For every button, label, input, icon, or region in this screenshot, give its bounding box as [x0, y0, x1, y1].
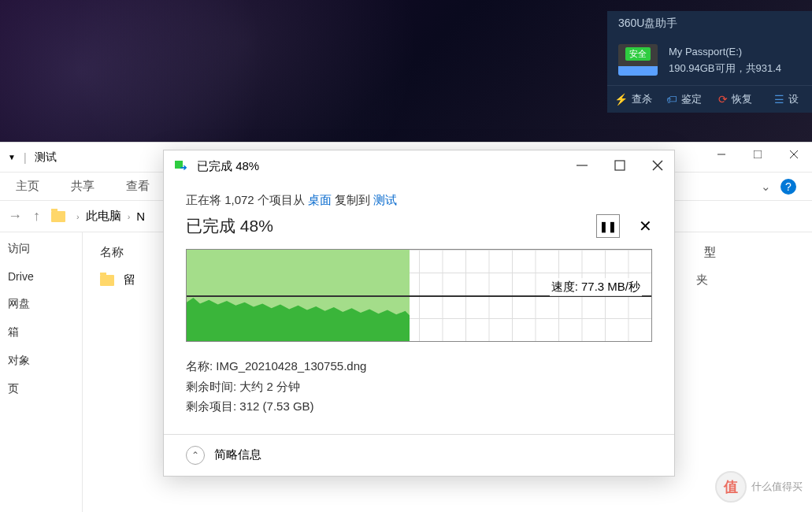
usb-drive-icon: 安全 — [618, 44, 658, 76]
usb-restore-button[interactable]: ⟳恢复 — [710, 86, 761, 113]
dialog-titlebar[interactable]: ➔ 已完成 48% — [164, 150, 674, 182]
dialog-minimize-button[interactable] — [577, 160, 588, 173]
dialog-close-button[interactable] — [652, 160, 663, 173]
list-icon: ☰ — [774, 93, 784, 106]
column-type[interactable]: 型 — [704, 245, 795, 260]
tab-home[interactable]: 主页 — [16, 179, 39, 194]
copy-operation-icon: ➔ — [175, 161, 187, 172]
watermark: 值 什么值得买 — [715, 471, 803, 503]
collapse-details-button[interactable]: ⌃ — [186, 446, 205, 465]
tab-view[interactable]: 查看 — [126, 179, 150, 194]
progress-text: 已完成 48% — [186, 215, 273, 237]
chevron-down-icon[interactable]: ⌄ — [761, 180, 771, 194]
column-name[interactable]: 名称 — [100, 245, 124, 260]
folder-icon — [100, 275, 114, 286]
usb-popup-title: 360U盘助手 — [607, 11, 812, 36]
sidebar-item-netdisk[interactable]: 网盘 — [8, 297, 74, 311]
svg-rect-5 — [615, 161, 625, 170]
help-icon[interactable]: ? — [780, 179, 796, 195]
tab-share[interactable]: 共享 — [71, 179, 95, 194]
close-button[interactable] — [776, 143, 812, 166]
sidebar-item-bin[interactable]: 箱 — [8, 325, 74, 339]
dialog-maximize-button[interactable] — [614, 160, 625, 173]
dropdown-icon[interactable]: ▼ — [8, 153, 16, 161]
usb-scan-button[interactable]: ⚡查杀 — [607, 86, 658, 113]
usb-settings-button[interactable]: ☰设 — [761, 86, 812, 113]
svg-rect-1 — [754, 150, 762, 158]
breadcrumb[interactable]: › 此电脑 › N — [76, 209, 145, 224]
medal-icon: 🏷 — [666, 93, 677, 106]
lightning-icon: ⚡ — [614, 93, 628, 106]
usb-storage-info: 190.94GB可用，共931.4 — [669, 61, 781, 77]
sidebar-item-access[interactable]: 访问 — [8, 242, 74, 256]
maximize-button[interactable] — [740, 143, 776, 166]
folder-icon — [51, 211, 65, 222]
nav-forward-icon[interactable]: → — [8, 208, 22, 224]
sidebar-item-5[interactable]: 页 — [8, 382, 74, 396]
copy-description: 正在将 1,072 个项目从 桌面 复制到 测试 — [186, 193, 652, 208]
explorer-sidebar: 访问 Drive 网盘 箱 对象 页 — [0, 232, 83, 512]
dialog-title: 已完成 48% — [197, 159, 259, 174]
speed-chart: 速度: 77.3 MB/秒 — [186, 249, 652, 342]
nav-up-icon[interactable]: ↑ — [33, 208, 40, 224]
window-title: 测试 — [35, 150, 57, 165]
usb-device-name: My Passport(E:) — [669, 44, 781, 61]
footer-label[interactable]: 简略信息 — [214, 447, 261, 462]
minimize-button[interactable] — [703, 143, 740, 166]
usb-assistant-popup: 360U盘助手 安全 My Passport(E:) 190.94GB可用，共9… — [607, 11, 812, 113]
destination-link[interactable]: 测试 — [373, 193, 397, 206]
source-link[interactable]: 桌面 — [308, 193, 332, 206]
sidebar-item-drive[interactable]: Drive — [8, 270, 74, 283]
usb-verify-button[interactable]: 🏷鉴定 — [658, 86, 710, 113]
transfer-details: 名称: IMG_20210428_130755.dng 剩余时间: 大约 2 分… — [186, 356, 652, 417]
watermark-icon: 值 — [715, 471, 747, 503]
sidebar-item-objects[interactable]: 对象 — [8, 354, 74, 368]
speed-label: 速度: 77.3 MB/秒 — [550, 278, 642, 296]
copy-progress-dialog: ➔ 已完成 48% 正在将 1,072 个项目从 桌面 复制到 测试 已完成 4… — [163, 150, 675, 477]
pause-button[interactable]: ❚❚ — [596, 214, 620, 238]
cancel-button[interactable]: ✕ — [639, 217, 652, 236]
restore-icon: ⟳ — [718, 93, 728, 106]
